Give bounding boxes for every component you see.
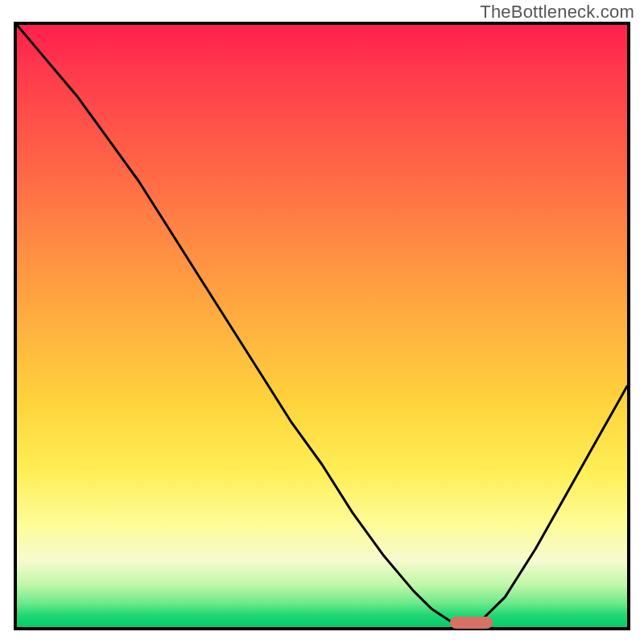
chart-container: TheBottleneck.com (0, 0, 644, 644)
plot-area (14, 22, 630, 630)
minimum-marker (450, 617, 493, 629)
bottleneck-curve (17, 25, 627, 627)
watermark-label: TheBottleneck.com (480, 2, 634, 23)
